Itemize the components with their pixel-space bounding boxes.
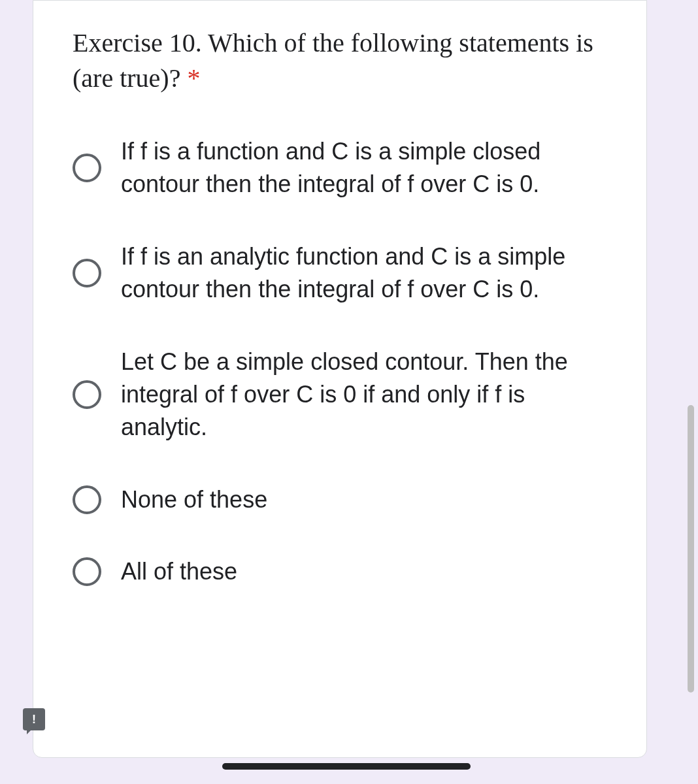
option-5-text: All of these [121,555,607,588]
option-5[interactable]: All of these [73,555,607,588]
option-2-text: If f is an analytic function and C is a … [121,240,607,306]
radio-icon[interactable] [73,557,101,586]
options-group: If f is a function and C is a simple clo… [73,135,607,589]
option-3-text: Let C be a simple closed contour. Then t… [121,346,607,444]
option-4-text: None of these [121,483,607,516]
question-card: Exercise 10. Which of the following stat… [33,0,647,758]
required-asterisk: * [187,63,200,93]
bottom-handle-bar[interactable] [222,763,471,770]
option-1-text: If f is a function and C is a simple clo… [121,135,607,201]
report-problem-button[interactable]: ! [23,708,45,730]
radio-icon[interactable] [73,259,101,287]
radio-icon[interactable] [73,154,101,182]
scrollbar-thumb[interactable] [688,405,694,693]
option-4[interactable]: None of these [73,483,607,516]
exclamation-icon: ! [32,713,36,725]
question-title: Exercise 10. Which of the following stat… [73,25,607,96]
radio-icon[interactable] [73,380,101,409]
radio-icon[interactable] [73,485,101,514]
option-1[interactable]: If f is a function and C is a simple clo… [73,135,607,201]
option-3[interactable]: Let C be a simple closed contour. Then t… [73,346,607,444]
option-2[interactable]: If f is an analytic function and C is a … [73,240,607,306]
question-title-text: Exercise 10. Which of the following stat… [73,28,593,93]
